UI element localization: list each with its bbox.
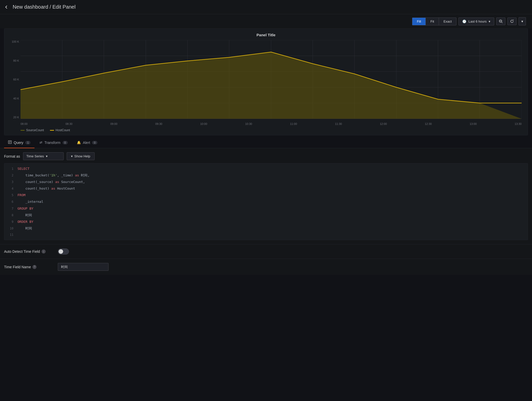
query-panel: Format as Time Series ▾ ▾ Show Help 1 SE…: [0, 148, 532, 244]
time-field-info-icon[interactable]: ?: [32, 265, 37, 269]
transform-tab-icon: ⇄: [40, 141, 42, 144]
line-num-9: 9: [4, 219, 17, 224]
line-num-6: 6: [4, 199, 17, 204]
code-line-4: 4 count(_host) as HostCount: [4, 185, 528, 192]
legend-sourcecount: SourceCount: [21, 128, 44, 132]
y-label-60k: 60 K: [6, 78, 19, 81]
line-content-7: GROUP BY: [17, 206, 528, 211]
y-label-100k: 100 K: [6, 40, 19, 43]
format-select-value: Time Series: [26, 154, 44, 158]
line-content-8: 时间: [17, 212, 528, 218]
auto-detect-label-text: Auto Detect Time Field: [4, 249, 40, 254]
legend-sourcecount-label: SourceCount: [26, 128, 44, 132]
code-line-2: 2 time_bucket('1h', _time) as 时间,: [4, 172, 528, 179]
setting-row-auto-detect: Auto Detect Time Field i: [0, 244, 532, 259]
code-line-7: 7 GROUP BY: [4, 205, 528, 212]
x-axis-labels: 08:00 08:30 09:00 09:30 10:00 10:30 11:0…: [21, 122, 522, 125]
back-button[interactable]: [4, 5, 9, 9]
x-label-0930: 09:30: [155, 122, 162, 125]
x-label-1230: 12:30: [425, 122, 432, 125]
fit-button[interactable]: Fit: [426, 18, 439, 25]
show-help-label: Show Help: [74, 154, 90, 158]
auto-detect-toggle[interactable]: [58, 248, 69, 255]
line-content-6: _internal: [17, 199, 528, 205]
code-line-8: 8 时间: [4, 212, 528, 219]
query-tab-icon: [8, 140, 12, 145]
tab-transform-label: Transform: [44, 141, 60, 145]
line-content-10: 时间: [17, 226, 528, 231]
exact-button[interactable]: Exact: [439, 18, 456, 25]
x-label-0900: 09:00: [110, 122, 117, 125]
x-label-1130: 11:30: [335, 122, 342, 125]
line-num-8: 8: [4, 213, 17, 218]
setting-row-time-field: Time Field Name ?: [0, 259, 532, 275]
code-line-5: 5 FROM: [4, 192, 528, 198]
legend-hostcount: HostCount: [50, 128, 70, 132]
time-field-input[interactable]: [58, 263, 109, 271]
x-label-1300: 13:00: [470, 122, 477, 125]
chart-area: 100 K 80 K 60 K 40 K 20 K: [4, 40, 528, 126]
code-line-11: 11: [4, 232, 528, 238]
line-content-1: SELECT: [17, 166, 528, 172]
line-num-5: 5: [4, 193, 17, 198]
view-mode-group: Fill Fit Exact: [412, 18, 457, 25]
time-range-label: Last 6 hours: [468, 20, 487, 23]
clock-icon: 🕐: [462, 20, 466, 23]
line-num-10: 10: [4, 226, 17, 231]
line-num-3: 3: [4, 179, 17, 185]
x-label-1000: 10:00: [200, 122, 207, 125]
auto-detect-label: Auto Detect Time Field i: [4, 249, 55, 254]
chart-fill-area: [21, 52, 522, 119]
chevron-down-icon: ▾: [489, 20, 490, 23]
line-num-11: 11: [4, 232, 17, 237]
code-line-9: 9 ORDER BY: [4, 219, 528, 225]
auto-detect-info-icon[interactable]: i: [42, 249, 46, 254]
legend-sourcecount-dot: [21, 130, 25, 131]
chart-title: Panel Title: [4, 33, 528, 37]
more-options-button[interactable]: ▾: [519, 17, 526, 25]
time-range-picker[interactable]: 🕐 Last 6 hours ▾: [458, 18, 494, 25]
code-line-1: 1 SELECT: [4, 165, 528, 172]
chart-svg-container: [21, 40, 522, 119]
x-label-1200: 12:00: [380, 122, 387, 125]
line-num-1: 1: [4, 166, 17, 171]
chart-svg: [21, 40, 522, 119]
line-num-7: 7: [4, 206, 17, 211]
y-axis-labels: 100 K 80 K 60 K 40 K 20 K: [6, 40, 19, 119]
format-as-label: Format as: [4, 154, 20, 158]
tab-alert-badge: 0: [92, 141, 97, 144]
query-tabs: Query 1 ⇄ Transform 0 🔔 Alert 0: [0, 137, 532, 148]
format-select[interactable]: Time Series ▾: [23, 152, 64, 160]
x-label-1030: 10:30: [245, 122, 252, 125]
top-bar: New dashboard / Edit Panel: [0, 0, 532, 14]
refresh-button[interactable]: [507, 18, 517, 25]
time-field-label: Time Field Name ?: [4, 265, 55, 269]
y-label-20k: 20 K: [6, 116, 19, 119]
code-editor[interactable]: 1 SELECT 2 time_bucket('1h', _time) as 时…: [4, 163, 528, 240]
tab-query-badge: 1: [25, 141, 30, 144]
tab-query[interactable]: Query 1: [4, 137, 34, 148]
code-line-3: 3 count(_source) as SourceCount,: [4, 179, 528, 185]
legend-hostcount-dot: [50, 130, 54, 131]
tab-transform[interactable]: ⇄ Transform 0: [36, 138, 72, 148]
line-num-2: 2: [4, 173, 17, 178]
y-label-40k: 40 K: [6, 97, 19, 100]
line-num-4: 4: [4, 186, 17, 191]
line-content-4: count(_host) as HostCount: [17, 186, 528, 191]
fill-button[interactable]: Fill: [412, 18, 426, 25]
page-title: New dashboard / Edit Panel: [13, 4, 76, 10]
tab-query-label: Query: [14, 141, 23, 145]
query-toolbar: Format as Time Series ▾ ▾ Show Help: [4, 152, 528, 160]
settings-panel: Auto Detect Time Field i Time Field Name…: [0, 244, 532, 275]
x-label-0800: 08:00: [21, 122, 28, 125]
line-content-2: time_bucket('1h', _time) as 时间,: [17, 173, 528, 178]
zoom-out-button[interactable]: [496, 18, 505, 25]
line-content-3: count(_source) as SourceCount,: [17, 179, 528, 185]
x-label-1330: 13:30: [515, 122, 522, 125]
show-help-button[interactable]: ▾ Show Help: [67, 152, 95, 160]
tab-alert-label: Alert: [83, 141, 90, 145]
tab-alert[interactable]: 🔔 Alert 0: [73, 138, 101, 148]
alert-tab-icon: 🔔: [77, 141, 81, 144]
toggle-knob: [59, 249, 63, 254]
x-label-0830: 08:30: [65, 122, 73, 125]
